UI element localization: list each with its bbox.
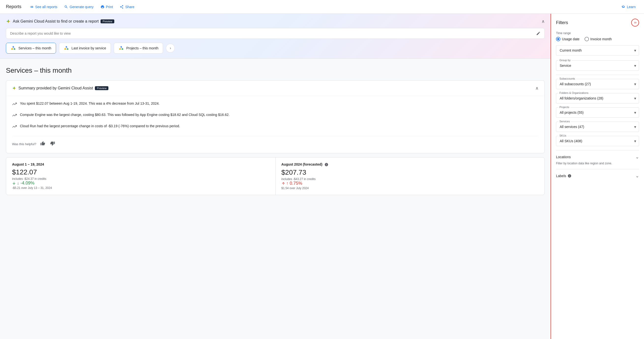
svg-line-3 <box>13 47 15 48</box>
page-title: Services – this month <box>6 66 545 74</box>
thumbs-down-button[interactable] <box>49 140 56 148</box>
svg-point-6 <box>66 46 67 48</box>
locations-section: Locations ⌄ Filter by location data like… <box>556 150 639 169</box>
labels-info-icon <box>568 174 572 178</box>
folders-select[interactable]: All folders/organizations (28) <box>556 93 639 103</box>
quick-report-projects[interactable]: Projects – this month <box>114 43 163 53</box>
skus-label: SKUs <box>558 134 567 137</box>
sidebar-inner: Filters Time range Usage date <box>551 14 644 187</box>
share-link[interactable]: Share <box>117 3 137 10</box>
trend-icon-3 <box>12 124 17 131</box>
radio-usage-date-circle <box>556 37 560 41</box>
labels-section: Labels ⌄ <box>556 169 639 183</box>
thumbs-up-button[interactable] <box>39 140 46 148</box>
sidebar-collapse-button[interactable] <box>631 19 639 26</box>
skus-select[interactable]: All SKUs (408) <box>556 136 639 146</box>
svg-line-15 <box>121 47 123 48</box>
helpful-row: Was this helpful? <box>12 136 538 148</box>
group-by-select-wrap: Group by Service ▾ <box>556 60 639 71</box>
trend-up-icon <box>12 101 17 106</box>
stat-change-value-1: ↓ -4.09% <box>17 181 34 186</box>
gemini-title: Ask Gemini Cloud Assist to find or creat… <box>6 19 114 24</box>
share-label: Share <box>125 5 134 9</box>
radio-invoice-month-label: Invoice month <box>590 37 612 41</box>
summary-preview-badge: Preview <box>95 86 108 90</box>
radio-invoice-month[interactable]: Invoice month <box>584 37 612 41</box>
quick-report-invoice[interactable]: Last invoice by service <box>59 43 111 53</box>
summary-title: Summary provided by Gemini Cloud Assist … <box>12 86 108 90</box>
generate-query-link[interactable]: Generate query <box>62 3 96 10</box>
stat-change-sub-1: -$5.21 over July 13 – 31, 2024 <box>12 186 270 190</box>
stats-row: August 1 – 19, 2024 $122.07 includes -$2… <box>6 157 545 195</box>
projects-select[interactable]: All projects (55) <box>556 107 639 118</box>
group-by-select[interactable]: Service <box>556 60 639 71</box>
summary-item-2: Compute Engine was the largest charge, c… <box>12 112 538 120</box>
thumbs-up-icon <box>40 141 45 146</box>
helpful-label: Was this helpful? <box>12 142 36 146</box>
gcp-logo-1 <box>10 45 16 51</box>
stat-period-1: August 1 – 19, 2024 <box>12 162 270 166</box>
services-label: Services <box>558 120 571 123</box>
filters-title: Filters <box>556 20 568 25</box>
stat-change-value-2: ↑ 0.75% <box>286 181 302 186</box>
svg-line-9 <box>66 47 68 48</box>
content-area: Ask Gemini Cloud Assist to find or creat… <box>0 14 550 339</box>
collapse-icon <box>634 21 637 24</box>
summary-body: You spent $122.07 between Aug 1-19, 2024… <box>6 96 544 153</box>
date-range-select-wrap: Current month ▾ <box>556 45 639 55</box>
app-title: Reports <box>6 4 22 9</box>
locations-header[interactable]: Locations ⌄ <box>556 154 639 160</box>
info-icon <box>324 163 328 167</box>
summary-card-header: Summary provided by Gemini Cloud Assist … <box>6 81 544 96</box>
filters-sidebar: Filters Time range Usage date <box>550 14 644 339</box>
summary-text-2: Compute Engine was the largest charge, c… <box>20 112 230 117</box>
quick-report-services-label: Services – this month <box>18 46 51 50</box>
stat-block-forecast: August 2024 (forecasted) $207.73 include… <box>276 157 545 195</box>
locations-desc: Filter by location data like region and … <box>556 162 639 165</box>
gemini-banner: Ask Gemini Cloud Assist to find or creat… <box>0 14 550 59</box>
gemini-search-input[interactable] <box>10 31 536 35</box>
date-range-select[interactable]: Current month <box>556 45 639 55</box>
stat-change-2: ↑ 0.75% <box>282 181 539 186</box>
quick-reports-next-button[interactable]: › <box>166 44 175 52</box>
radio-usage-date[interactable]: Usage date <box>556 37 580 41</box>
svg-point-0 <box>12 46 14 48</box>
labels-header[interactable]: Labels ⌄ <box>556 173 639 179</box>
print-link[interactable]: Print <box>98 3 116 10</box>
labels-chevron: ⌄ <box>636 173 639 179</box>
group-by-label: Group by <box>558 59 572 62</box>
gemini-collapse-button[interactable]: ∧ <box>542 19 545 24</box>
learn-link[interactable]: Learn <box>619 3 638 10</box>
print-icon <box>100 5 104 9</box>
summary-item-1: You spent $122.07 between Aug 1-19, 2024… <box>12 101 538 108</box>
learn-icon <box>622 5 625 9</box>
see-all-reports-link[interactable]: See all reports <box>27 3 60 10</box>
list-icon <box>30 5 34 9</box>
divider-1 <box>556 75 639 75</box>
svg-point-12 <box>120 46 122 48</box>
edit-icon <box>536 31 540 36</box>
locations-chevron: ⌄ <box>636 154 639 160</box>
arrow-up-icon <box>282 182 286 185</box>
subaccounts-select[interactable]: All subaccounts (27) <box>556 79 639 89</box>
projects-select-wrap: Projects All projects (55) ▾ <box>556 107 639 118</box>
generate-query-label: Generate query <box>70 5 94 9</box>
services-select[interactable]: All services (47) <box>556 122 639 132</box>
stat-value-1: $122.07 <box>12 168 270 176</box>
gemini-header: Ask Gemini Cloud Assist to find or creat… <box>6 19 545 24</box>
services-select-wrap: Services All services (47) ▾ <box>556 122 639 132</box>
summary-sparkle-icon <box>12 86 16 90</box>
quick-report-services[interactable]: Services – this month <box>6 43 56 53</box>
gcp-logo-3 <box>118 45 124 51</box>
stat-change-1: ↓ -4.09% <box>12 181 270 186</box>
stat-sub-2: includes -$43.27 in credits <box>282 177 539 181</box>
summary-collapse-button[interactable]: ∧ <box>535 85 538 91</box>
trend-icon-1 <box>12 101 17 108</box>
stat-value-2: $207.73 <box>282 169 539 176</box>
trend-icon-2 <box>12 113 17 120</box>
header-nav: See all reports Generate query Print Sha… <box>27 3 638 10</box>
arrow-down-icon <box>12 181 16 185</box>
summary-title-text: Summary provided by Gemini Cloud Assist <box>18 86 93 90</box>
thumbs-down-icon <box>50 141 55 146</box>
gemini-search-box[interactable] <box>6 28 545 39</box>
